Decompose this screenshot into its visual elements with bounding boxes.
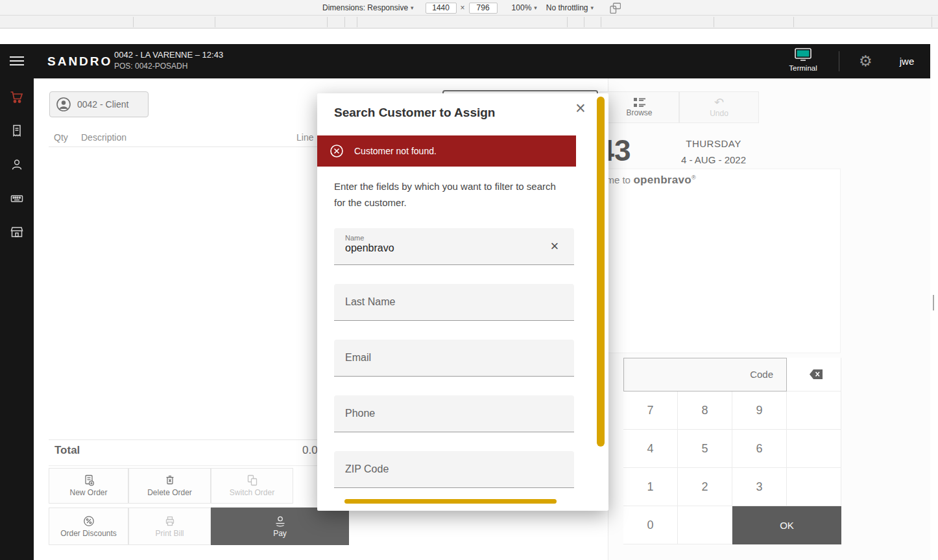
zoom-select[interactable]: 100% ▾	[512, 3, 537, 12]
menu-hamburger-icon[interactable]	[10, 56, 24, 65]
zip-input[interactable]	[334, 451, 574, 487]
page-scrollbar-thumb[interactable]	[933, 295, 934, 310]
throttling-value: No throttling	[546, 3, 588, 12]
chevron-down-icon: ▾	[411, 5, 414, 11]
search-customer-modal: Search Customer to Assign × Customer not…	[317, 93, 608, 511]
close-icon[interactable]: ×	[572, 99, 589, 119]
modal-scrollbar-thumb[interactable]	[597, 97, 605, 447]
terminal-label: Terminal	[784, 64, 823, 72]
user-menu[interactable]: jwe	[896, 44, 917, 78]
name-input[interactable]	[334, 236, 574, 261]
phone-input[interactable]	[334, 395, 574, 432]
store-icon	[10, 225, 24, 239]
devtools-tab-strip	[0, 16, 938, 29]
sidebar-item-cart[interactable]	[0, 80, 34, 114]
clear-name-icon[interactable]: ×	[546, 237, 564, 256]
search-button-partial[interactable]	[344, 499, 557, 504]
sidebar-item-store[interactable]	[0, 215, 34, 249]
error-circle-x-icon	[330, 144, 344, 158]
email-input[interactable]	[334, 340, 574, 376]
keyboard-icon	[10, 191, 24, 205]
phone-field	[334, 395, 574, 432]
devtools-toolbar: Dimensions: Responsive ▾ × 100% ▾ No thr…	[0, 0, 938, 16]
viewport-height-input[interactable]	[469, 3, 498, 14]
zip-field	[334, 451, 574, 488]
times-separator: ×	[461, 3, 465, 12]
chevron-down-icon: ▾	[591, 5, 594, 11]
store-info: 0042 - LA VARENNE – 12:43 POS: 0042-POSA…	[114, 50, 223, 71]
terminal-monitor-icon	[795, 48, 812, 61]
header-divider	[839, 51, 839, 71]
dimensions-select[interactable]: Dimensions: Responsive ▾	[322, 3, 414, 12]
throttling-select[interactable]: No throttling ▾	[546, 3, 594, 12]
error-banner: Customer not found.	[317, 135, 576, 167]
chevron-down-icon: ▾	[534, 5, 537, 11]
brand-logo: SANDRO	[47, 44, 112, 78]
dimensions-label: Dimensions: Responsive	[322, 3, 408, 12]
sidebar	[0, 44, 34, 560]
pos-line: POS: 0042-POSADH	[114, 62, 223, 71]
modal-instructions: Enter the fields by which you want to fi…	[334, 178, 562, 211]
last-name-field	[334, 284, 574, 321]
store-line: 0042 - LA VARENNE – 12:43	[114, 50, 223, 60]
zoom-value: 100%	[512, 3, 532, 12]
receipt-icon	[10, 124, 24, 138]
terminal-button[interactable]: Terminal	[784, 48, 823, 72]
viewport-width-input[interactable]	[426, 3, 457, 14]
settings-gear-icon[interactable]: ⚙	[859, 44, 872, 78]
cart-icon	[10, 90, 24, 104]
email-field	[334, 340, 574, 377]
name-field: Name ×	[334, 228, 574, 265]
rotate-device-icon[interactable]	[609, 2, 621, 14]
sidebar-item-receipts[interactable]	[0, 114, 34, 148]
sidebar-item-customers[interactable]	[0, 148, 34, 181]
last-name-input[interactable]	[334, 284, 574, 320]
modal-title: Search Customer to Assign	[334, 106, 495, 120]
person-icon	[10, 158, 24, 172]
sidebar-item-keyboard[interactable]	[0, 181, 34, 215]
error-message: Customer not found.	[354, 146, 437, 156]
app-header: SANDRO 0042 - LA VARENNE – 12:43 POS: 00…	[34, 44, 930, 78]
page-scrollbar-strip	[930, 44, 938, 560]
